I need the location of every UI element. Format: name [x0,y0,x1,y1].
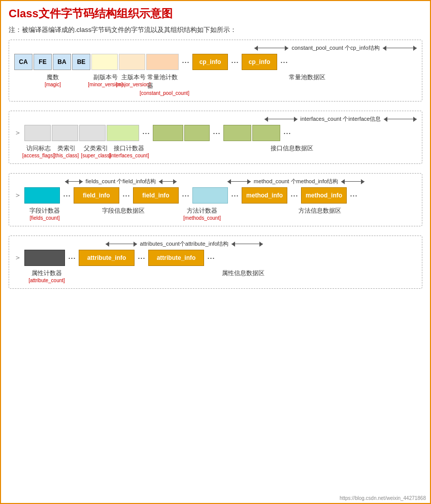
section-4: attributes_count个attribute_info结构 ＞ ··· … [9,236,422,289]
cont-arrow-3: ＞ [14,191,21,200]
block-major [119,54,145,70]
dots-1: ··· [180,54,191,70]
sec3-fields-arrow-line2 [159,181,177,182]
sec2-labels: 访问标志 [access_flags] 类索引 [this_class] 父类索… [14,144,417,158]
sec4-arrow-row: attributes_count个attribute_info结构 [14,240,417,248]
sec2-blocks-row: ＞ ··· ··· ··· [14,125,417,141]
label-magic: 魔数 [magic] [14,73,91,87]
block-if-3 [223,125,251,141]
section-1: constant_pool_count 个cp_info结构 CA FE BA … [9,40,422,102]
dots-s4-2: ··· [136,250,147,266]
section-2: interfaces_count 个interface信息 ＞ ··· [9,111,422,164]
cont-arrow-2: ＞ [14,128,21,138]
block-minfo-2: method_info [301,187,347,204]
label-mdata: 方法信息数据区 [222,207,417,215]
sec3-labels: 字段计数器 [fields_count] 字段信息数据区 方法计数器 [meth… [14,207,417,221]
dots-s3-1: ··· [61,187,73,204]
sec1-arrow-area: constant_pool_count 个cp_info结构 [14,44,417,52]
dots-s3-4: ··· [229,187,241,204]
block-fe: FE [34,54,52,70]
block-acount [24,250,65,266]
sec4-arrow-line [106,244,137,244]
dots-s2-2: ··· [211,125,222,141]
dots-s3-5: ··· [288,187,300,204]
sec2-arrow-box: interfaces_count 个interface信息 [264,115,417,123]
label-thisclass: 类索引 [this_class] [52,144,80,158]
page-container: Class文件字节码结构组织示意图 注：被编译器编译成的.class字节码文件的… [0,0,431,504]
label-fcount: 字段计数器 [fields_count] [24,207,65,221]
block-cpcount [146,54,179,70]
label-superclass: 父类索引 [super_class] [80,144,112,158]
sec3-methods-arrow-line [227,181,251,182]
section4-box: attributes_count个attribute_info结构 ＞ ··· … [9,236,422,289]
block-minfo-1: method_info [242,187,287,204]
sec1-blocks-row: CA FE BA BE ··· cp_info ··· cp_info · [14,54,417,70]
watermark: https://blog.csdn.net/weixin_44271868 [340,495,426,501]
section3-box: fields_count 个field_info结构 method_count … [9,173,422,226]
sec2-arrow-text: interfaces_count 个interface信息 [297,115,384,123]
sec3-methods-arrow-line2 [341,181,364,182]
block-mcount [192,187,228,204]
dots-s2-1: ··· [140,125,152,141]
block-access [24,125,51,141]
page-title: Class文件字节码结构组织示意图 [9,6,422,21]
label-fdata: 字段信息数据区 [65,207,182,215]
block-thisclass [52,125,78,141]
block-superclass [79,125,106,141]
label-acount: 属性计数器 [attribute_count] [24,269,69,283]
dots-3: ··· [278,54,290,70]
section-3: fields_count 个field_info结构 method_count … [9,173,422,226]
sec4-arrow-line2 [231,244,263,244]
label-ifdata: 接口信息数据区 [167,144,417,153]
sec3-blocks-row: ＞ ··· field_info ··· field_info ··· ··· … [14,187,417,204]
sec3-methods-arrow-text: method_count 个method_info结构 [251,178,341,185]
label-major: 主版本号 [major_version] [119,73,147,87]
dots-s4-1: ··· [66,250,78,266]
block-be: BE [72,54,90,70]
cont-arrow-4: ＞ [14,253,21,262]
sec2-arrow-area: interfaces_count 个interface信息 [14,115,417,123]
sec1-labels: 魔数 [magic] 副版本号 [minor_version] 主版本号 [ma… [14,73,417,96]
sec3-spacer [14,178,60,185]
label-cpdata: 常量池数据区 [197,73,417,82]
sec2-arrow-label: interfaces_count 个interface信息 [264,115,417,123]
sec1-arrow-box: constant_pool_count 个cp_info结构 [254,44,417,52]
sec2-arrow-line [264,119,297,119]
block-ifcount [107,125,139,141]
note-text: 注：被编译器编译成的.class字节码文件的字节流以及其组织结构如下如所示： [9,25,422,35]
block-ba: BA [53,54,71,70]
sec3-mid-spacer [182,178,222,185]
label-cpcount: 常量池计数器 [constant_pool_count] [147,73,182,96]
dots-s3-3: ··· [180,187,191,204]
dots-s3-2: ··· [120,187,132,204]
dots-s3-6: ··· [348,187,359,204]
sec3-fields-arrow-text: fields_count 个field_info结构 [83,178,159,185]
sec4-blocks-row: ＞ ··· attribute_info ··· attribute_info … [14,250,417,266]
block-finfo-1: field_info [74,187,119,204]
sec4-arrow-text: attributes_count个attribute_info结构 [137,240,232,248]
label-ifcount: 接口计数器 [interfaces_count] [112,144,146,158]
sec3-fields-arrow-line [65,181,83,182]
label-adata: 属性信息数据区 [69,269,417,278]
sec1-arrow-line [254,48,288,48]
label-access: 访问标志 [access_flags] [24,144,52,158]
block-finfo-2: field_info [133,187,179,204]
sec4-spacer [14,240,60,248]
dots-s2-3: ··· [281,125,293,141]
block-if-2 [184,125,210,141]
block-ainfo-2: attribute_info [148,250,204,266]
label-minor: 副版本号 [minor_version] [91,73,119,87]
sec1-arrow-line2 [383,48,417,48]
dots-2: ··· [229,54,241,70]
section2-box: interfaces_count 个interface信息 ＞ ··· [9,111,422,164]
block-cpinfo-1: cp_info [192,54,228,70]
block-ca: CA [14,54,32,70]
block-ainfo-1: attribute_info [79,250,135,266]
section1-box: constant_pool_count 个cp_info结构 CA FE BA … [9,40,422,102]
block-if-1 [153,125,183,141]
sec4-labels: 属性计数器 [attribute_count] 属性信息数据区 [14,269,417,283]
sec3-methods-arrow: method_count 个method_info结构 [227,178,364,185]
sec2-arrow-line2 [384,119,417,119]
block-cpinfo-2: cp_info [242,54,277,70]
sec1-arrow-text: constant_pool_count 个cp_info结构 [288,44,382,52]
